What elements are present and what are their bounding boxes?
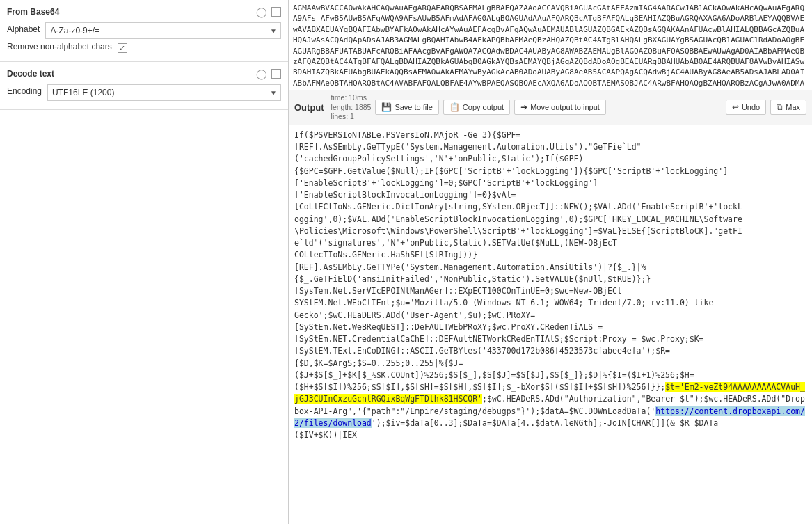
from-base64-checkbox[interactable]: [271, 7, 281, 17]
copy-output-button[interactable]: 📋 Copy output: [443, 100, 510, 115]
undo-icon: ↩: [732, 102, 739, 112]
undo-label: Undo: [742, 103, 760, 111]
encoding-select[interactable]: UTF16LE (1200) UTF-8 (65001) ASCII (2012…: [47, 84, 281, 101]
save-to-file-label: Save to file: [395, 103, 432, 111]
output-meta: time: 10ms length: 1885 lines: 1: [331, 93, 372, 122]
max-icon: ⧉: [777, 102, 783, 112]
move-output-to-input-button[interactable]: ➜ Move output to input: [514, 100, 606, 115]
encoding-label: Encoding: [7, 86, 42, 96]
remove-nonalphabet-label: Remove non-alphabet chars: [7, 42, 112, 51]
from-base64-title: From Base64: [7, 7, 59, 17]
left-panel: From Base64 ◯ Alphabet A-Za-z0-9+/= URL …: [0, 0, 289, 524]
remove-nonalphabet-row: Remove non-alphabet chars ✓: [7, 42, 281, 54]
encoding-select-wrapper: UTF16LE (1200) UTF-8 (65001) ASCII (2012…: [47, 84, 281, 101]
alphabet-row: Alphabet A-Za-z0-9+/= URL safe Custom ▼: [7, 22, 281, 39]
copy-icon: 📋: [449, 102, 460, 112]
output-content[interactable]: If($PSVERSIoNTABLe.PSVersIoN.MAjoR -Ge 3…: [289, 125, 812, 524]
alphabet-select[interactable]: A-Za-z0-9+/= URL safe Custom: [45, 22, 281, 39]
output-toolbar: Output time: 10ms length: 1885 lines: 1 …: [289, 90, 812, 125]
max-button[interactable]: ⧉ Max: [770, 100, 806, 115]
right-panel: AGMAAwBVACCAOwAkAHCAQwAuAEgARQAEARQBSAFM…: [289, 0, 812, 524]
save-icon: 💾: [381, 102, 392, 112]
decode-text-section: Decode text ◯ Encoding UTF16LE (1200) UT…: [0, 62, 288, 110]
decode-text-checkbox[interactable]: [271, 69, 281, 79]
move-output-label: Move output to input: [530, 103, 600, 111]
decode-clear-icon[interactable]: ◯: [255, 68, 269, 80]
copy-output-label: Copy output: [463, 103, 504, 111]
undo-button[interactable]: ↩ Undo: [726, 100, 766, 115]
base64-input-area[interactable]: AGMAAwBVACCAOwAkAHCAQwAuAEgARQAEARQBSAFM…: [289, 0, 812, 90]
output-label: Output: [294, 102, 324, 113]
save-to-file-button[interactable]: 💾 Save to file: [375, 100, 438, 115]
output-lines: lines: 1: [331, 112, 372, 122]
output-length: length: 1885: [331, 103, 372, 113]
from-base64-section: From Base64 ◯ Alphabet A-Za-z0-9+/= URL …: [0, 0, 288, 62]
decode-text-icons: ◯: [255, 68, 281, 80]
output-text-before: If($PSVERSIoNTABLe.PSVersIoN.MAjoR -Ge 3…: [294, 130, 742, 392]
encoding-row: Encoding UTF16LE (1200) UTF-8 (65001) AS…: [7, 84, 281, 101]
output-time: time: 10ms: [331, 93, 372, 103]
remove-nonalphabet-checkbox[interactable]: ✓: [118, 43, 127, 53]
move-icon: ➜: [520, 102, 527, 112]
from-base64-icons: ◯: [255, 6, 281, 18]
clear-icon[interactable]: ◯: [255, 6, 269, 18]
max-label: Max: [786, 103, 800, 111]
alphabet-select-wrapper: A-Za-z0-9+/= URL safe Custom ▼: [45, 22, 281, 39]
decode-text-title: Decode text: [7, 69, 54, 79]
alphabet-label: Alphabet: [7, 24, 40, 34]
